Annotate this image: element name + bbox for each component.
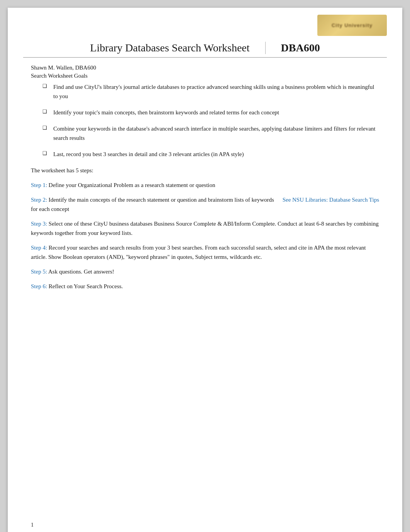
step2-block: Step 2: Identify the main concepts of th… (31, 195, 379, 214)
step4-block: Step 4: Record your searches and search … (31, 243, 379, 262)
step6-text: Reflect on Your Search Process. (47, 283, 123, 289)
content-area: Shawn M. Wallen, DBA600 Search Worksheet… (8, 58, 402, 312)
step4-text: Record your searches and search results … (31, 245, 366, 260)
goals-list: Find and use CityU's library's journal a… (31, 82, 379, 159)
step4-label: Step 4: (31, 245, 47, 251)
list-item: Last, record you best 3 searches in deta… (42, 150, 379, 159)
step5-block: Step 5: Ask questions. Get answers! (31, 267, 379, 276)
nsu-libraries-link[interactable]: See NSU Libraries: Database Search Tips (283, 195, 379, 204)
page-number: 1 (31, 522, 34, 528)
step3-text: Select one of these CityU business datab… (31, 221, 379, 236)
university-logo: City University (317, 15, 387, 36)
course-code: DBA600 (265, 42, 320, 54)
step6-label: Step 6: (31, 283, 47, 289)
step1-text: Define your Organizational Problem as a … (47, 182, 215, 188)
header: City University Library Databases Search… (8, 8, 402, 57)
step2-label: Step 2: (31, 197, 47, 203)
step3-block: Step 3: Select one of these CityU busine… (31, 219, 379, 238)
step5-text: Ask questions. Get answers! (47, 269, 114, 275)
document-page: City University Library Databases Search… (8, 8, 402, 532)
list-item: Identify your topic's main concepts, the… (42, 108, 379, 117)
step2-text: Identify the main concepts of the resear… (31, 197, 274, 212)
step5-label: Step 5: (31, 269, 47, 275)
list-item: Combine your keywords in the database's … (42, 124, 379, 143)
page-title: Library Databases Search Worksheet (90, 42, 249, 54)
step3-label: Step 3: (31, 221, 47, 227)
logo-text: City University (332, 22, 373, 28)
step1-block: Step 1: Define your Organizational Probl… (31, 180, 379, 190)
step6-block: Step 6: Reflect on Your Search Process. (31, 282, 379, 291)
step1-label: Step 1: (31, 182, 47, 188)
list-item: Find and use CityU's library's journal a… (42, 82, 379, 101)
steps-intro: The worksheet has 5 steps: (31, 166, 379, 175)
step2-left: Step 2: Identify the main concepts of th… (31, 195, 275, 214)
goals-heading: Search Worksheet Goals (31, 73, 379, 79)
author-line: Shawn M. Wallen, DBA600 (31, 65, 379, 71)
